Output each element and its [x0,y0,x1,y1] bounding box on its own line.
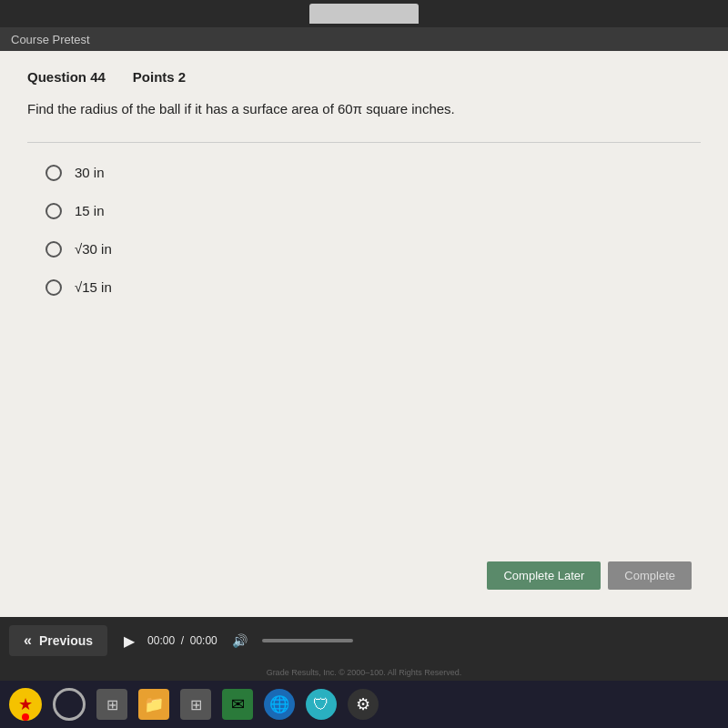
radio-option-1[interactable] [46,165,62,181]
taskbar-folder-icon[interactable]: 📁 [138,689,169,720]
option-3[interactable]: √30 in [46,241,701,258]
browser-tab-bar [0,0,728,27]
taskbar-icon-start[interactable]: ★ [9,688,42,721]
section-divider [27,142,701,143]
bottom-nav: « Previous ▶ 00:00 / 00:00 🔊 [0,617,728,664]
question-text: Find the radius of the ball if it has a … [27,99,701,120]
answer-options: 30 in 15 in √30 in √15 in [27,165,701,296]
complete-button[interactable]: Complete [608,561,692,590]
option-2[interactable]: 15 in [46,203,701,219]
taskbar-teal-icon[interactable]: 🛡 [306,689,337,720]
double-arrow-icon: « [24,632,32,649]
course-pretest-title: Course Pretest [11,33,90,46]
volume-icon[interactable]: 🔊 [232,633,248,648]
footer-text: Grade Results, Inc. © 2000–100. All Righ… [267,668,462,677]
action-buttons: Complete Later Complete [27,561,701,590]
question-header: Question 44 Points 2 [27,69,701,85]
option-4[interactable]: √15 in [46,279,701,296]
footer: Grade Results, Inc. © 2000–100. All Righ… [0,664,728,681]
radio-option-2[interactable] [46,203,62,219]
option-3-label: √30 in [75,241,112,257]
audio-progress-bar[interactable] [262,639,353,642]
complete-later-button[interactable]: Complete Later [487,561,601,590]
question-points: Points 2 [133,69,186,85]
previous-button[interactable]: « Previous [9,625,107,656]
question-number: Question 44 [27,69,106,85]
taskbar: ★ ⊞ 📁 ⊞ ✉ 🌐 🛡 ⚙ [0,681,728,728]
radio-option-4[interactable] [46,279,62,296]
time-display: 00:00 / 00:00 [147,634,217,647]
play-icon[interactable]: ▶ [124,632,135,650]
option-1-label: 30 in [75,165,105,180]
option-1[interactable]: 30 in [46,165,701,181]
taskbar-mail-icon[interactable]: ✉ [222,689,253,720]
taskbar-dark-icon[interactable]: ⚙ [348,689,379,720]
taskbar-browser-icon[interactable]: 🌐 [264,689,295,720]
option-2-label: 15 in [75,203,105,218]
app-header: Course Pretest [0,27,728,51]
option-4-label: √15 in [75,279,112,295]
taskbar-apps-icon[interactable]: ⊞ [180,689,211,720]
taskbar-search-icon[interactable] [53,688,86,721]
previous-label: Previous [39,633,93,648]
radio-option-3[interactable] [46,241,62,258]
browser-tab[interactable] [309,4,419,24]
main-content: Question 44 Points 2 Find the radius of … [0,51,728,617]
taskbar-windows-icon[interactable]: ⊞ [96,689,127,720]
